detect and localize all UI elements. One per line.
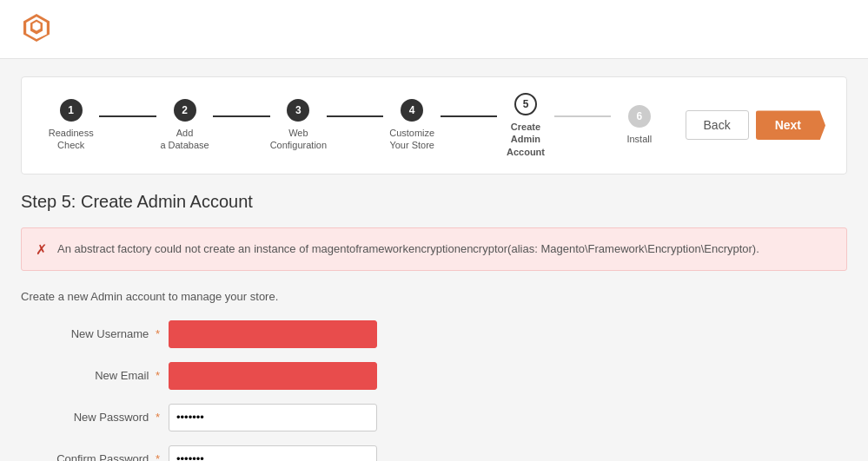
password-label: New Password * [21,411,160,424]
error-text: An abstract factory could not create an … [57,240,759,258]
username-required: * [156,327,160,340]
password-group: New Password * [21,404,847,431]
connector-4-5 [441,115,497,117]
confirm-password-group: Confirm Password * [21,445,847,461]
main-content: Step 5: Create Admin Account ✗ An abstra… [0,192,868,461]
nav-buttons: Back Next [686,110,825,140]
admin-form: New Username * New Email * New Password … [21,320,847,461]
error-icon: ✗ [36,241,47,258]
steps-track: 1 ReadinessCheck 2 Adda Database 3 WebCo… [43,93,668,158]
email-input[interactable] [169,362,377,390]
step-2-label: Adda Database [160,127,209,152]
wizard-container: 1 ReadinessCheck 2 Adda Database 3 WebCo… [21,76,847,175]
page-title: Step 5: Create Admin Account [21,192,847,212]
connector-3-4 [327,115,383,117]
step-1-circle: 1 [60,99,83,122]
confirm-password-input[interactable] [169,445,377,461]
password-input[interactable] [169,404,377,431]
step-5: 5 CreateAdmin Account [497,93,553,158]
header [0,0,868,59]
confirm-password-label: Confirm Password * [21,452,160,461]
step-3-label: WebConfiguration [270,127,327,152]
magento-logo [21,12,52,43]
step-4: 4 CustomizeYour Store [383,99,440,152]
step-6: 6 Install [611,105,667,145]
confirm-required: * [156,452,160,461]
step-5-label: CreateAdmin Account [497,121,553,158]
connector-1-2 [99,115,156,117]
next-button[interactable]: Next [756,110,825,140]
username-label: New Username * [21,327,160,340]
error-box: ✗ An abstract factory could not create a… [21,227,847,271]
step-6-circle: 6 [628,105,651,128]
step-4-circle: 4 [401,99,423,122]
email-group: New Email * [21,362,847,390]
password-required: * [156,411,160,424]
connector-5-6 [554,115,611,117]
step-2: 2 Adda Database [156,99,213,152]
back-button[interactable]: Back [686,110,749,140]
username-group: New Username * [21,320,847,348]
step-3: 3 WebConfiguration [270,99,327,152]
page-wrapper: 1 ReadinessCheck 2 Adda Database 3 WebCo… [0,0,868,461]
email-label: New Email * [21,369,160,382]
step-4-label: CustomizeYour Store [389,127,434,152]
email-required: * [156,369,160,382]
step-2-circle: 2 [174,99,196,122]
step-1: 1 ReadinessCheck [43,99,99,152]
step-3-circle: 3 [287,99,309,122]
username-input[interactable] [169,320,377,348]
connector-2-3 [213,115,269,117]
step-1-label: ReadinessCheck [49,127,94,152]
step-6-label: Install [626,133,652,145]
form-description: Create a new Admin account to manage you… [21,290,847,303]
step-5-circle: 5 [514,93,537,115]
